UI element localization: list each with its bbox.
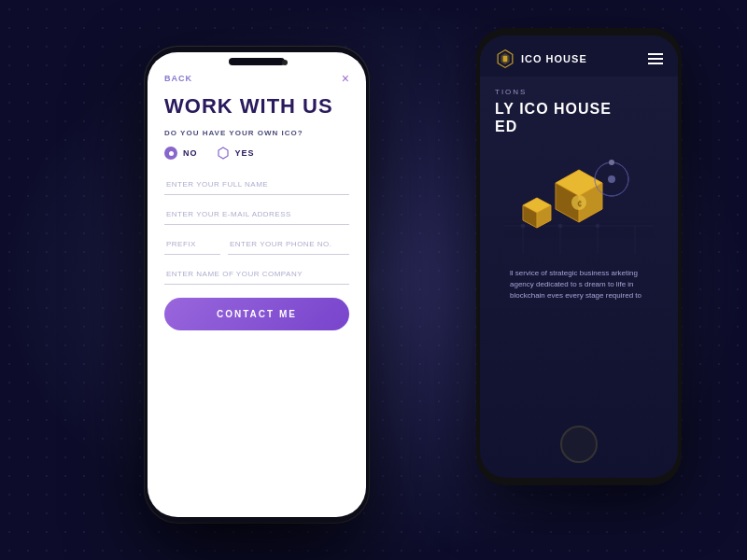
phone-camera: [282, 60, 288, 65]
close-button[interactable]: ×: [342, 71, 349, 86]
back-phone-screen: ICO HOUSE TIONS LY ICO HOUSEED: [480, 35, 678, 478]
svg-marker-26: [218, 147, 228, 159]
form-fields: [148, 175, 366, 285]
modal-title: WORK WITH US: [148, 95, 366, 129]
svg-point-8: [521, 224, 525, 228]
hamburger-icon[interactable]: [648, 53, 663, 64]
back-title: LY ICO HOUSEED: [495, 100, 663, 135]
front-phone: BACK × WORK WITH US DO YOU HAVE YOUR OWN…: [145, 47, 369, 523]
email-input[interactable]: [164, 204, 349, 225]
hamburger-line-2: [648, 58, 663, 60]
back-phone-header: ICO HOUSE: [480, 35, 678, 77]
company-input[interactable]: [164, 264, 349, 285]
illustration-area: ₵: [495, 147, 663, 259]
svg-point-25: [609, 160, 614, 165]
radio-option-yes[interactable]: YES: [217, 147, 255, 160]
radio-label-yes: YES: [235, 148, 255, 158]
phone-row: [164, 234, 349, 255]
radio-hex-yes: [217, 147, 230, 160]
question-label: DO YOU HAVE YOUR OWN ICO?: [148, 129, 366, 147]
back-phone-content: TIONS LY ICO HOUSEED: [480, 77, 678, 322]
prefix-input[interactable]: [164, 234, 220, 255]
radio-label-no: NO: [183, 148, 198, 158]
submit-button[interactable]: CONTACT ME: [164, 298, 349, 330]
phone-input[interactable]: [228, 234, 349, 255]
logo-text: ICO HOUSE: [521, 53, 587, 64]
svg-rect-2: [503, 56, 508, 62]
hamburger-line-1: [648, 53, 663, 55]
home-button[interactable]: [560, 426, 598, 463]
logo-hex-icon: [495, 49, 515, 69]
phone-notch: [229, 58, 285, 65]
back-button[interactable]: BACK: [164, 74, 192, 83]
back-description: ll service of strategic business arketin…: [510, 268, 648, 301]
svg-point-10: [596, 224, 599, 228]
back-phone: ICO HOUSE TIONS LY ICO HOUSEED: [476, 28, 682, 485]
back-subtitle: TIONS: [495, 88, 663, 96]
front-phone-screen: BACK × WORK WITH US DO YOU HAVE YOUR OWN…: [148, 52, 366, 517]
hamburger-line-3: [648, 63, 663, 64]
svg-point-24: [608, 175, 615, 183]
cubes-illustration: ₵: [504, 151, 654, 254]
svg-point-9: [558, 224, 562, 228]
full-name-input[interactable]: [164, 175, 349, 195]
radio-group: NO YES: [148, 147, 366, 175]
radio-option-no[interactable]: NO: [164, 147, 198, 160]
logo-area: ICO HOUSE: [495, 49, 587, 69]
back-body-text: ll service of strategic business arketin…: [495, 259, 663, 311]
svg-text:₵: ₵: [577, 200, 582, 208]
radio-circle-no: [164, 147, 177, 160]
